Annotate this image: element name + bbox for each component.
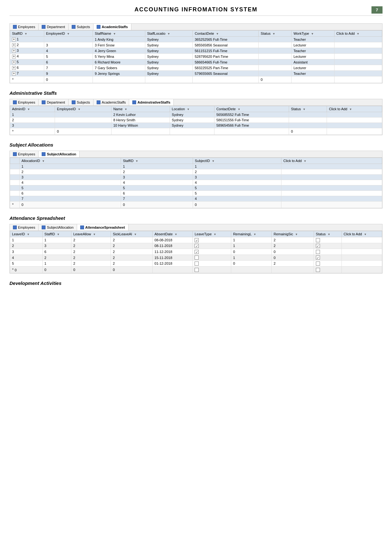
admin-staffs-title: Administrative Staffs	[9, 90, 383, 96]
attendance-tabs: Employees SubjectAllocation AttendanceSp…	[10, 224, 382, 231]
tab-employees-1[interactable]: Employees	[10, 24, 39, 30]
expand-btn[interactable]: +	[12, 55, 16, 58]
leavetype-checkbox[interactable]	[195, 268, 199, 272]
leavetype-checkbox[interactable]	[195, 256, 199, 260]
col-status-att[interactable]: Status ▼	[314, 231, 341, 237]
tab-subjects-1[interactable]: Subjects	[69, 24, 93, 30]
tab-academicstaffs[interactable]: AcademicStaffs	[93, 24, 131, 30]
col-location[interactable]: Location ▼	[170, 106, 214, 112]
col-remainingl[interactable]: RemainingL ▼	[231, 231, 271, 237]
col-staffname[interactable]: StaffName ▼	[93, 31, 145, 37]
table-icon-9	[132, 100, 136, 104]
col-sickleave[interactable]: SickLeaveAl ▼	[111, 231, 153, 237]
col-staffid-att[interactable]: StaffID ▼	[42, 231, 71, 237]
col-employeeid-2[interactable]: EmployeeID ▼	[55, 106, 111, 112]
expand-btn[interactable]: +	[12, 72, 16, 75]
tab-subjectallocation[interactable]: SubjectAllocation	[39, 151, 80, 157]
col-name[interactable]: Name ▼	[111, 106, 170, 112]
table-row: + 6 7 7 Gary Sobers Sydney 583225525 Par…	[10, 65, 382, 71]
status-checkbox[interactable]	[316, 250, 320, 254]
col-status-2[interactable]: Status ▼	[289, 106, 327, 112]
attendance-table: LeaveID ▼ StaffID ▼ LeaveAllow ▼ SickLea…	[10, 231, 382, 273]
table-row: 3 6 2 2 11-12-2018 0 0	[10, 249, 382, 255]
expand-btn[interactable]: +	[12, 66, 16, 70]
table-row: 6 6 5	[10, 191, 382, 196]
status-checkbox[interactable]	[316, 244, 320, 248]
expand-btn[interactable]: +	[12, 38, 16, 41]
table-row: 5 1 2 2 01-12-2018 0 2	[10, 261, 382, 267]
col-status[interactable]: Status ▼	[259, 31, 292, 37]
table-row: 1 1 2 2 08-08-2018 1 2	[10, 237, 382, 243]
tab-adminstrative[interactable]: AdminstrativeStaffs	[129, 99, 174, 105]
admin-staffs-table: AdminID ▼ EmployeeID ▼ Name ▼ Location ▼…	[10, 106, 382, 135]
col-contactdete[interactable]: ContactDete ▼	[193, 31, 259, 37]
table-row: + 3 4 4 Jerry Green Sydney 561151215 Ful…	[10, 48, 382, 54]
tab-department-2[interactable]: Department	[39, 99, 68, 105]
table-row: 2 2 2	[10, 169, 382, 175]
status-checkbox[interactable]	[316, 256, 320, 260]
admin-staffs-table-wrapper: Employees Department Subjects AcademicSt…	[9, 99, 383, 135]
table-row: + 4 5 5 Yerry Mina Sydney 528795620 Part…	[10, 54, 382, 59]
subject-alloc-table: AllocationID ▼ StaffID ▼ SubjectID ▼ Cli…	[10, 158, 382, 208]
expand-btn[interactable]: +	[12, 43, 16, 47]
tab-subjectallocation-2[interactable]: SubjectAllocation	[39, 224, 77, 231]
tab-attendance[interactable]: AttendanceSpreadsheet	[77, 224, 129, 231]
attendance-title: Attendance Spreadsheet	[9, 215, 383, 221]
table-row: * 0 0 0	[10, 202, 382, 208]
col-clicktoadd[interactable]: Click to Add ▼	[334, 31, 382, 37]
tab-employees-2[interactable]: Employees	[10, 99, 39, 105]
table-row: + 2 3 3 Ferri Snow Sydney 585565856 Seas…	[10, 42, 382, 48]
col-staffid-sa[interactable]: StaffID ▼	[121, 158, 193, 164]
table-icon-10	[13, 152, 17, 156]
col-adminid[interactable]: AdminID ▼	[10, 106, 55, 112]
page-title: ACCOUNTING INFROMATION SYSTEM	[9, 6, 383, 16]
col-staffid[interactable]: StaffID ▼	[10, 31, 44, 37]
col-clicktoadd-att[interactable]: Click to Add ▼	[341, 231, 382, 237]
tab-employees-3[interactable]: Employees	[10, 151, 39, 157]
col-leavetype[interactable]: LeaveType ▼	[193, 231, 231, 237]
expand-btn[interactable]: +	[12, 49, 16, 53]
leavetype-checkbox[interactable]	[195, 262, 199, 266]
col-clicktoadd-2[interactable]: Click to Add ▼	[327, 106, 382, 112]
col-worktype[interactable]: WorkType ▼	[292, 31, 335, 37]
leavetype-checkbox[interactable]	[195, 250, 199, 254]
subject-alloc-tabs: Employees SubjectAllocation	[10, 151, 382, 158]
tab-department-1[interactable]: Department	[39, 24, 68, 30]
table-row: 3 10 Harry Wilson Sydney 589654566 Full-…	[10, 123, 382, 128]
table-icon-3	[72, 25, 75, 29]
subject-alloc-title: Subject Allocations	[9, 142, 383, 148]
new-row-marker: *	[10, 76, 44, 83]
table-icon-1	[13, 25, 17, 29]
table-row: * 0 0 0 0	[10, 266, 382, 273]
admin-staffs-tabs: Employees Department Subjects AcademicSt…	[10, 99, 382, 106]
col-contactdete-2[interactable]: ContactDete ▼	[214, 106, 289, 112]
leavetype-checkbox[interactable]	[195, 244, 199, 248]
col-subjectid[interactable]: SubjectID ▼	[193, 158, 281, 164]
table-row: + 1 1 Andy King Sydney 365252565 Full-Ti…	[10, 37, 382, 42]
expand-btn[interactable]: +	[12, 60, 16, 64]
academic-staffs-table-wrapper: Employees Department Subjects AcademicSt…	[9, 23, 383, 83]
table-row: * 0 0	[10, 76, 382, 83]
col-absentdate[interactable]: AbsentDate ▼	[153, 231, 193, 237]
tab-subjects-2[interactable]: Subjects	[69, 99, 93, 105]
col-stafflocation[interactable]: StaffLocatio ▼	[145, 31, 193, 37]
table-icon-11	[42, 152, 45, 156]
table-icon-14	[80, 226, 84, 229]
col-remainigsic[interactable]: RemainigSic ▼	[272, 231, 314, 237]
col-clicktoadd-sa[interactable]: Click to Add ▼	[281, 158, 382, 164]
table-icon-8	[97, 100, 100, 104]
table-icon-2	[42, 25, 45, 29]
leavetype-checkbox[interactable]	[195, 238, 199, 242]
col-leaveallow[interactable]: LeaveAllow ▼	[71, 231, 111, 237]
status-checkbox[interactable]	[316, 238, 320, 242]
status-checkbox[interactable]	[316, 268, 320, 272]
tab-academicstaffs-2[interactable]: AcademicStaffs	[93, 99, 129, 105]
status-checkbox[interactable]	[316, 262, 320, 266]
col-allocationid[interactable]: AllocationID ▼	[20, 158, 121, 164]
table-row: 4 4 4	[10, 180, 382, 185]
table-row: 2 8 Henry Smith Sydney 586151556 Full-Ti…	[10, 117, 382, 123]
tab-employees-4[interactable]: Employees	[10, 224, 39, 231]
table-row: 5 5 5	[10, 185, 382, 191]
col-leaveid[interactable]: LeaveID ▼	[10, 231, 43, 237]
col-employeeid[interactable]: EmployeeID ▼	[44, 31, 93, 37]
